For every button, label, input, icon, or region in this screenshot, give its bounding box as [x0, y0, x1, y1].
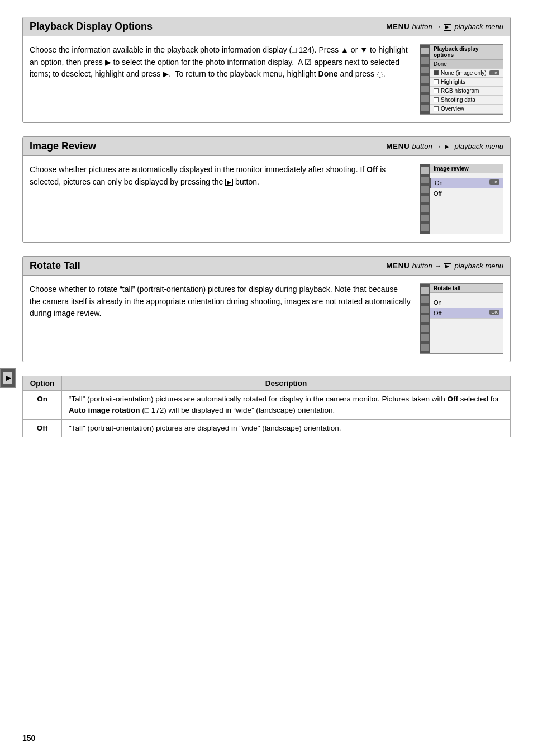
section2-cam-header: Image review	[430, 164, 503, 173]
section2-body: Choose whether pictures are automaticall…	[23, 156, 510, 242]
section2-cam-items: On OK Off	[430, 173, 503, 204]
s2-cam-icon-7	[421, 224, 429, 231]
play-button-inline: ▶	[225, 179, 233, 186]
section1-cam-sidebar	[420, 45, 430, 114]
section3-paragraph: Choose whether to rotate “tall” (portrai…	[30, 284, 411, 320]
section2-cam-content: Image review On OK Off	[430, 164, 503, 234]
s3-cam-icon-4	[421, 315, 429, 322]
cam-checkbox-none	[434, 70, 439, 75]
s2-cam-icon-6	[421, 215, 429, 221]
cam-item-none: None (image only) OK	[430, 69, 503, 78]
s3-cam-icon-2	[421, 296, 429, 303]
section2-camera-menu: Image review On OK Off	[420, 164, 503, 234]
page-indicator: ▶	[0, 368, 16, 388]
s2-item-on: On OK	[430, 178, 503, 188]
cam-checkbox-shooting	[434, 97, 439, 102]
section3-cam-header: Rotate tall	[430, 284, 503, 293]
section1-paragraph: Choose the information available in the …	[30, 44, 411, 81]
s3-ok-off: OK	[489, 310, 499, 315]
s3-cam-icon-7	[421, 344, 429, 351]
cam-item-shooting: Shooting data	[430, 96, 503, 105]
cam-checkbox-overview	[434, 106, 439, 111]
section1-menu-sidebar-wrapper: Playback display options Done None (imag…	[420, 45, 503, 114]
table-header-option: Option	[23, 376, 62, 391]
section3-menu-label: MENU button → ▶ playback menu	[386, 262, 503, 270]
table-row-off: Off "Tall" (portrait-orientation) pictur…	[23, 419, 511, 437]
section-playback-display-options: Playback Display Options MENU button → ▶…	[22, 17, 511, 123]
cam-icon-4	[421, 76, 429, 83]
table-desc-on: “Tall” (portrait-orientation) pictures a…	[62, 391, 511, 420]
section1-header: Playback Display Options MENU button → ▶…	[23, 17, 510, 36]
section3-menu-sidebar-wrapper: Rotate tall On Off OK	[420, 284, 503, 353]
cam-checkbox-highlights	[434, 79, 439, 84]
page-number: 150	[22, 734, 35, 743]
table-header-description: Description	[62, 376, 511, 391]
options-table: Option Description On “Tall” (portrait-o…	[22, 376, 511, 437]
cam-icon-2	[421, 57, 429, 64]
section1-menu-italic: button → ▶ playback menu	[412, 22, 503, 31]
section3-menu-italic: button → ▶ playback menu	[412, 262, 503, 270]
section1-menu-mockup: Playback display options Done None (imag…	[420, 44, 503, 115]
section3-menu-word: MENU	[386, 262, 410, 270]
section3-menu-mockup: Rotate tall On Off OK	[420, 284, 503, 354]
section-image-review: Image Review MENU button → ▶ playback me…	[22, 136, 511, 243]
s2-cam-icon-5	[421, 205, 429, 212]
s3-cam-icon-1	[421, 287, 429, 294]
cam-icon-6	[421, 95, 429, 102]
play-icon-s1: ▶	[444, 24, 451, 31]
section2-menu-sidebar-wrapper: Image review On OK Off	[420, 164, 503, 234]
cam-ok-none: OK	[489, 70, 499, 75]
section2-text: Choose whether pictures are automaticall…	[30, 164, 411, 234]
cam-item-done: Done	[430, 60, 503, 69]
section3-camera-menu: Rotate tall On Off OK	[420, 284, 503, 354]
section2-menu-mockup: Image review On OK Off	[420, 164, 503, 234]
section2-menu-italic: button → ▶ playback menu	[412, 142, 503, 150]
s3-item-on: On	[430, 297, 503, 308]
section2-title: Image Review	[30, 140, 96, 152]
table-desc-off: "Tall" (portrait-orientation) pictures a…	[62, 419, 511, 437]
section3-header: Rotate Tall MENU button → ▶ playback men…	[23, 257, 510, 276]
section3-cam-items: On Off OK	[430, 293, 503, 323]
playback-icon: ▶	[3, 372, 12, 384]
cam-item-highlights: Highlights	[430, 78, 503, 87]
section3-cam-content: Rotate tall On Off OK	[430, 284, 503, 353]
s2-cam-icon-1	[421, 167, 429, 174]
s3-cam-icon-3	[421, 306, 429, 313]
section1-text: Choose the information available in the …	[30, 44, 411, 115]
table-option-off: Off	[23, 419, 62, 437]
section2-cam-sidebar	[420, 164, 430, 234]
play-icon-s3: ▶	[444, 263, 451, 270]
s2-cam-icon-2	[421, 177, 429, 183]
s2-ok-on: OK	[489, 179, 499, 185]
section1-camera-menu: Playback display options Done None (imag…	[420, 44, 503, 115]
s3-cam-icon-6	[421, 334, 429, 341]
cam-icon-7	[421, 105, 429, 111]
section-rotate-tall: Rotate Tall MENU button → ▶ playback men…	[22, 256, 511, 362]
section3-title: Rotate Tall	[30, 260, 80, 272]
cam-item-overview: Overview	[430, 105, 503, 114]
s3-cam-icon-5	[421, 325, 429, 332]
s3-item-off: Off OK	[430, 308, 503, 319]
section3-cam-sidebar	[420, 284, 430, 353]
table-option-on: On	[23, 391, 62, 420]
section2-header: Image Review MENU button → ▶ playback me…	[23, 137, 510, 156]
s2-cam-icon-4	[421, 196, 429, 202]
play-icon-s2: ▶	[444, 144, 451, 150]
section1-cam-header: Playback display options	[430, 45, 503, 60]
section3-body: Choose whether to rotate “tall” (portrai…	[23, 276, 510, 362]
section1-title: Playback Display Options	[30, 21, 153, 32]
section2-menu-word: MENU	[386, 142, 410, 150]
section2-menu-label: MENU button → ▶ playback menu	[386, 142, 503, 150]
cam-icon-5	[421, 86, 429, 92]
table-row-on: On “Tall” (portrait-orientation) picture…	[23, 391, 511, 420]
section1-cam-content: Playback display options Done None (imag…	[430, 45, 503, 114]
section1-menu-word: MENU	[386, 22, 410, 31]
s2-item-off: Off	[430, 188, 503, 199]
cam-icon-1	[421, 48, 429, 54]
section2-paragraph: Choose whether pictures are automaticall…	[30, 164, 411, 188]
s2-cam-icon-3	[421, 186, 429, 193]
section1-body: Choose the information available in the …	[23, 36, 510, 122]
section3-text: Choose whether to rotate “tall” (portrai…	[30, 284, 411, 354]
section1-menu-label: MENU button → ▶ playback menu	[386, 22, 503, 31]
cam-icon-3	[421, 67, 429, 73]
